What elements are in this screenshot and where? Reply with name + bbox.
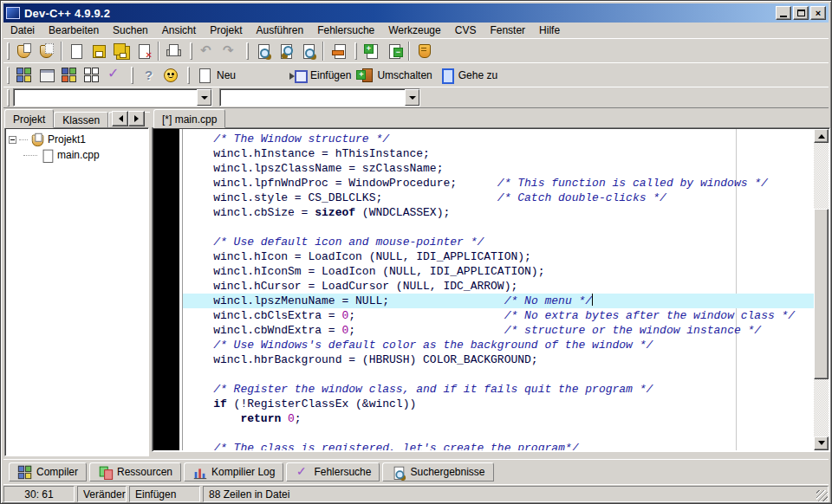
redo-button[interactable] bbox=[218, 41, 241, 61]
combobox-dropdown-button[interactable] bbox=[405, 89, 419, 106]
code-line[interactable]: wincl.cbSize = sizeof (WNDCLASSEX); bbox=[183, 205, 814, 220]
minimize-button[interactable] bbox=[776, 6, 791, 20]
bottom-tab-fehlersuche[interactable]: Fehlersuche bbox=[286, 462, 380, 481]
code-line-current[interactable]: wincl.lpszMenuName = NULL; /* No menu */ bbox=[183, 294, 814, 308]
code-line[interactable]: /* The Window structure */ bbox=[183, 132, 814, 146]
remove-from-project-button[interactable] bbox=[383, 41, 406, 61]
menu-hilfe[interactable]: Hilfe bbox=[532, 23, 567, 37]
goto-line-button[interactable] bbox=[327, 41, 349, 61]
code-line[interactable]: /* Use Windows's default color as the ba… bbox=[183, 338, 814, 352]
menu-cvs[interactable]: CVS bbox=[448, 23, 484, 37]
toolbar-gripper[interactable] bbox=[190, 42, 192, 60]
code-line[interactable]: if (!RegisterClassEx (&wincl)) bbox=[183, 397, 814, 411]
about-button[interactable] bbox=[159, 65, 182, 86]
bottom-tab-suchergebnisse[interactable]: Suchergebnisse bbox=[382, 462, 493, 481]
scroll-up-button[interactable] bbox=[814, 129, 829, 143]
tree-collapse-icon[interactable] bbox=[9, 136, 16, 144]
close-button[interactable]: × bbox=[810, 6, 826, 20]
bookmark-goto-button[interactable]: Gehe zu bbox=[435, 65, 500, 86]
tab-klassen[interactable]: Klassen bbox=[54, 112, 108, 128]
toolbar-gripper[interactable] bbox=[246, 42, 249, 60]
save-all-button[interactable] bbox=[110, 41, 133, 61]
compile-and-run-button[interactable] bbox=[58, 65, 81, 86]
code-line[interactable]: wincl.hIconSm = LoadIcon (NULL, IDI_APPL… bbox=[183, 264, 814, 279]
code-line[interactable] bbox=[183, 367, 814, 382]
code-line[interactable]: wincl.cbWndExtra = 0; /* structure or th… bbox=[183, 323, 814, 338]
find-button[interactable] bbox=[252, 41, 275, 61]
debug-button[interactable] bbox=[103, 65, 126, 86]
close-file-button[interactable] bbox=[133, 41, 155, 61]
tree-item-file[interactable]: main.cpp bbox=[7, 147, 146, 163]
code-line[interactable]: wincl.lpszClassName = szClassName; bbox=[183, 161, 814, 176]
toolbar-gripper[interactable] bbox=[7, 89, 10, 107]
bookmark-new-button[interactable]: Neu bbox=[193, 65, 238, 86]
bottom-tab-kompilier-log[interactable]: Kompilier Log bbox=[184, 462, 283, 481]
class-browser-combobox[interactable] bbox=[13, 88, 212, 107]
vertical-scrollbar[interactable] bbox=[814, 129, 829, 450]
code-line[interactable]: /* Register the window class, and if it … bbox=[183, 382, 814, 397]
find-in-files-button[interactable] bbox=[275, 41, 297, 61]
compile-and-run-icon bbox=[61, 67, 78, 84]
bookmark-insert-button[interactable]: Einfügen bbox=[287, 65, 354, 86]
code-line[interactable]: wincl.style = CS_DBLCLKS; /* Catch doubl… bbox=[183, 191, 814, 205]
toolbar-gripper[interactable] bbox=[354, 42, 357, 60]
run-button[interactable] bbox=[36, 65, 58, 86]
tab-projekt[interactable]: Projekt bbox=[4, 109, 54, 128]
code-line[interactable]: /* Use default icon and mouse-pointer */ bbox=[183, 235, 814, 249]
tab-scroll-left-button[interactable] bbox=[112, 111, 128, 126]
compile-button[interactable] bbox=[13, 65, 36, 86]
combobox-dropdown-button[interactable] bbox=[197, 89, 211, 106]
rebuild-all-button[interactable] bbox=[81, 65, 103, 86]
status-bar: 30: 61 Verändert Einfügen 88 Zeilen in D… bbox=[3, 484, 829, 502]
menu-fehlersuche[interactable]: Fehlersuche bbox=[310, 23, 381, 37]
code-line[interactable]: return 0; bbox=[183, 411, 814, 426]
code-area[interactable]: /* The Window structure */ wincl.hInstan… bbox=[183, 129, 814, 450]
menu-ansicht[interactable]: Ansicht bbox=[155, 23, 203, 37]
code-line[interactable] bbox=[183, 220, 814, 235]
code-line[interactable]: wincl.hInstance = hThisInstance; bbox=[183, 146, 814, 161]
code-line[interactable]: /* The class is registered, let's create… bbox=[183, 441, 814, 450]
bottom-tab-ressourcen[interactable]: Ressourcen bbox=[89, 462, 181, 481]
menu-projekt[interactable]: Projekt bbox=[203, 23, 249, 37]
menu-fenster[interactable]: Fenster bbox=[483, 23, 532, 37]
maximize-button[interactable] bbox=[793, 6, 809, 20]
bottom-tab-compiler[interactable]: Compiler bbox=[9, 462, 87, 481]
toolbar-gripper[interactable] bbox=[7, 67, 10, 84]
replace-button[interactable] bbox=[297, 41, 320, 61]
code-line[interactable]: wincl.hbrBackground = (HBRUSH) COLOR_BAC… bbox=[183, 352, 814, 367]
add-to-project-button[interactable] bbox=[361, 41, 383, 61]
code-line[interactable] bbox=[183, 426, 814, 441]
print-button[interactable] bbox=[162, 41, 185, 61]
toolbar-main bbox=[3, 38, 829, 62]
menu-datei[interactable]: Datei bbox=[3, 23, 42, 37]
tree-item-project[interactable]: Projekt1 bbox=[7, 132, 146, 147]
help-button[interactable] bbox=[137, 65, 159, 86]
code-line[interactable]: wincl.hCursor = LoadCursor (NULL, IDC_AR… bbox=[183, 279, 814, 294]
new-project-button[interactable] bbox=[13, 41, 36, 61]
menu-werkzeuge[interactable]: Werkzeuge bbox=[381, 23, 447, 37]
save-button[interactable] bbox=[88, 41, 110, 61]
toolbar-gripper[interactable] bbox=[187, 67, 190, 84]
tab-scroll-right-button[interactable] bbox=[128, 111, 145, 126]
resize-grip[interactable] bbox=[816, 490, 828, 501]
toolbar-gripper[interactable] bbox=[131, 67, 133, 84]
menu-bearbeiten[interactable]: Bearbeiten bbox=[42, 23, 106, 37]
code-line[interactable]: wincl.cbClsExtra = 0; /* No extra bytes … bbox=[183, 308, 814, 323]
member-combobox[interactable] bbox=[219, 88, 420, 107]
code-line[interactable]: wincl.hIcon = LoadIcon (NULL, IDI_APPLIC… bbox=[183, 249, 814, 264]
code-line[interactable]: wincl.lpfnWndProc = WindowProcedure; /* … bbox=[183, 176, 814, 191]
open-button[interactable] bbox=[36, 41, 58, 61]
menu-suchen[interactable]: Suchen bbox=[106, 23, 155, 37]
code-editor[interactable]: /* The Window structure */ wincl.hInstan… bbox=[152, 127, 830, 452]
new-file-button[interactable] bbox=[65, 41, 88, 61]
scrollbar-thumb[interactable] bbox=[814, 209, 829, 379]
bookmark-toggle-button[interactable]: Umschalten bbox=[354, 65, 434, 86]
project-options-button[interactable] bbox=[413, 41, 435, 61]
editor-tab-main-cpp[interactable]: [*] main.cpp bbox=[153, 109, 225, 128]
title-bar[interactable]: Dev-C++ 4.9.9.2 × bbox=[3, 3, 829, 23]
undo-button[interactable] bbox=[196, 41, 218, 61]
toolbar-gripper[interactable] bbox=[7, 42, 10, 60]
scroll-down-button[interactable] bbox=[814, 436, 829, 450]
project-tree-panel[interactable]: Projekt1 main.cpp bbox=[4, 127, 149, 456]
menu-ausfhren[interactable]: Ausführen bbox=[249, 23, 310, 37]
